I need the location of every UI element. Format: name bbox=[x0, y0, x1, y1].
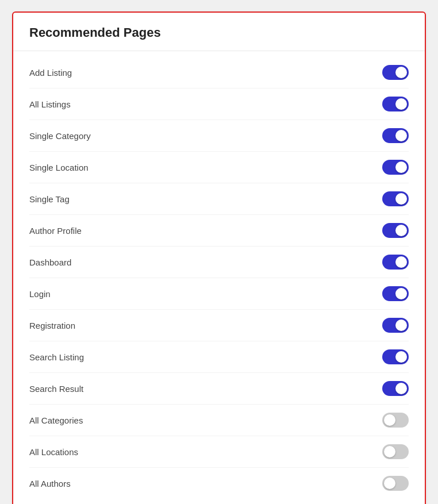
page-item: All Categories bbox=[29, 405, 409, 436]
page-item: All Locations bbox=[29, 436, 409, 468]
toggle-search-listing[interactable] bbox=[382, 349, 409, 364]
page-item: Dashboard bbox=[29, 247, 409, 278]
toggle-login[interactable] bbox=[382, 286, 409, 301]
toggle-all-listings[interactable] bbox=[382, 97, 409, 111]
toggle-thumb bbox=[395, 351, 407, 363]
page-item: Registration bbox=[29, 310, 409, 341]
toggle-thumb bbox=[395, 161, 407, 173]
toggle-registration[interactable] bbox=[382, 318, 409, 333]
toggle-all-categories[interactable] bbox=[382, 413, 409, 428]
page-item: All Listings bbox=[29, 89, 409, 120]
toggle-single-location[interactable] bbox=[382, 160, 409, 175]
page-item: Author Profile bbox=[29, 215, 409, 247]
toggle-thumb bbox=[384, 478, 395, 489]
page-item-label: All Authors bbox=[29, 479, 71, 488]
page-item-label: Search Result bbox=[29, 384, 83, 394]
toggle-thumb bbox=[395, 288, 407, 299]
toggle-thumb bbox=[395, 320, 407, 331]
card-header: Recommended Pages bbox=[13, 13, 425, 51]
toggle-thumb bbox=[384, 414, 395, 426]
page-container: Recommended Pages Add ListingAll Listing… bbox=[0, 0, 438, 504]
page-item-label: Single Tag bbox=[29, 194, 70, 204]
toggle-single-tag[interactable] bbox=[382, 191, 409, 206]
recommended-pages-card: Recommended Pages Add ListingAll Listing… bbox=[12, 11, 426, 504]
toggle-thumb bbox=[395, 67, 407, 78]
toggle-dashboard[interactable] bbox=[382, 255, 409, 270]
toggle-author-profile[interactable] bbox=[382, 223, 409, 238]
page-item-label: Author Profile bbox=[29, 226, 82, 236]
page-item-label: Single Location bbox=[29, 163, 89, 172]
page-item-label: Add Listing bbox=[29, 68, 72, 78]
page-item-label: Login bbox=[29, 289, 51, 299]
page-item: Search Result bbox=[29, 373, 409, 405]
card-body: Add ListingAll ListingsSingle CategorySi… bbox=[13, 51, 425, 504]
page-item-label: Registration bbox=[29, 321, 75, 330]
page-item-label: Single Category bbox=[29, 131, 91, 141]
toggle-thumb bbox=[395, 130, 407, 141]
page-item-label: All Locations bbox=[29, 447, 78, 457]
toggle-single-category[interactable] bbox=[382, 128, 409, 143]
page-item: Single Category bbox=[29, 120, 409, 152]
page-item: Login bbox=[29, 278, 409, 310]
toggle-thumb bbox=[384, 446, 395, 457]
page-item-label: All Categories bbox=[29, 415, 83, 425]
page-item-label: Dashboard bbox=[29, 257, 71, 267]
page-item-label: All Listings bbox=[29, 99, 71, 109]
toggle-all-authors[interactable] bbox=[382, 476, 409, 491]
page-item: Single Location bbox=[29, 152, 409, 183]
page-item: Single Tag bbox=[29, 183, 409, 215]
page-item: All Authors bbox=[29, 468, 409, 499]
toggle-all-locations[interactable] bbox=[382, 444, 409, 459]
page-item: Add Listing bbox=[29, 57, 409, 89]
toggle-thumb bbox=[395, 225, 407, 236]
toggle-thumb bbox=[395, 256, 407, 268]
page-item: Search Listing bbox=[29, 341, 409, 373]
page-item-label: Search Listing bbox=[29, 352, 84, 362]
toggle-thumb bbox=[395, 383, 407, 394]
toggle-search-result[interactable] bbox=[382, 381, 409, 396]
toggle-thumb bbox=[395, 98, 407, 110]
toggle-add-listing[interactable] bbox=[382, 65, 409, 80]
toggle-thumb bbox=[395, 193, 407, 205]
card-title: Recommended Pages bbox=[29, 25, 409, 40]
